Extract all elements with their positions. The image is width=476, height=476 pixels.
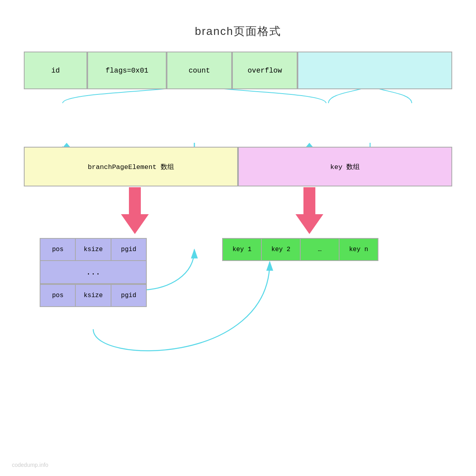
svg-rect-13	[303, 187, 315, 214]
top-row: id flags=0x01 count overflow	[24, 52, 452, 89]
key-cell-2: key 2	[261, 238, 301, 261]
cell-count: count	[167, 52, 232, 89]
bpe-table: pos ksize pgid ... pos ksize pgid	[40, 238, 147, 307]
watermark: codedump.info	[12, 462, 48, 468]
bpe-cell-pos-last: pos	[40, 285, 76, 306]
bpe-cell-pgid-1: pgid	[111, 239, 146, 260]
cell-branch-page-element: branchPageElement 数组	[24, 147, 238, 186]
cell-flags: flags=0x01	[87, 52, 167, 89]
key-cell-n: key n	[339, 238, 378, 261]
key-array-row: key 1 key 2 … key n	[222, 238, 378, 261]
bpe-cell-pos-1: pos	[40, 239, 76, 260]
bpe-dots: ...	[40, 261, 147, 284]
bpe-cell-ksize-1: ksize	[76, 239, 111, 260]
svg-marker-10	[121, 214, 149, 234]
bpe-cell-pgid-last: pgid	[111, 285, 146, 306]
cell-key-array: key 数组	[238, 147, 452, 186]
bpe-row-last: pos ksize pgid	[40, 284, 147, 307]
svg-rect-11	[129, 187, 141, 214]
bpe-cell-ksize-last: ksize	[76, 285, 111, 306]
key-cell-1: key 1	[222, 238, 262, 261]
page-title: branch页面格式	[0, 0, 476, 39]
middle-row: branchPageElement 数组 key 数组	[24, 147, 452, 186]
cell-data	[298, 52, 452, 89]
bpe-row-1: pos ksize pgid	[40, 238, 147, 261]
key-cell-dots: …	[300, 238, 340, 261]
cell-id: id	[24, 52, 87, 89]
svg-marker-12	[296, 214, 323, 234]
cell-overflow: overflow	[232, 52, 298, 89]
